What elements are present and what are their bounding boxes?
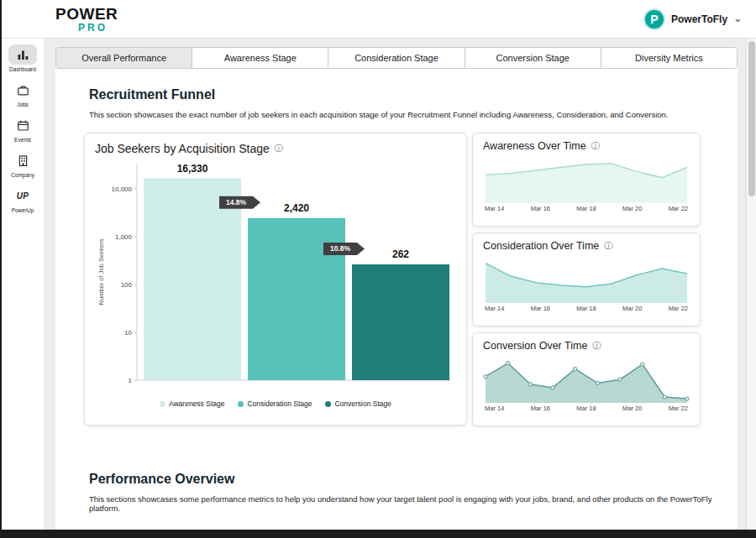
funnel-chart-title: Job Seekers by Acquisition Stage	[95, 142, 270, 155]
logo-pro-text: PRO	[78, 23, 118, 33]
svg-text:2,420: 2,420	[284, 202, 309, 214]
x-label: Mar 18	[576, 305, 596, 312]
svg-text:1,000: 1,000	[115, 233, 133, 241]
sidebar-label: PowerUp	[12, 207, 34, 213]
tab-conversion-stage[interactable]: Conversion Stage	[465, 48, 601, 68]
window-bottom-edge	[0, 530, 756, 538]
sidebar-item-powerup[interactable]: UP PowerUp	[2, 185, 44, 213]
x-label: Mar 22	[669, 305, 688, 312]
recruitment-funnel-description: This section showcases the exact number …	[89, 110, 721, 119]
sidebar-item-dashboard[interactable]: Dashboard	[2, 44, 44, 72]
sidebar-item-jobs[interactable]: Jobs	[2, 80, 44, 107]
briefcase-icon	[8, 80, 37, 100]
svg-text:16,330: 16,330	[177, 163, 208, 175]
tab-bar: Overall Performance Awareness Stage Cons…	[55, 47, 738, 69]
consideration-x-labels: Mar 14 Mar 16 Mar 18 Mar 20 Mar 22	[483, 305, 690, 312]
svg-text:10,000: 10,000	[112, 185, 133, 193]
legend-dot	[160, 401, 165, 407]
sidebar-label: Dashboard	[9, 66, 36, 72]
top-bar: POWER PRO P PowerToFly ⌄	[2, 0, 756, 39]
conversion-x-labels: Mar 14 Mar 16 Mar 18 Mar 20 Mar 22	[483, 405, 690, 412]
avatar: P	[643, 8, 665, 30]
awareness-area-chart	[483, 155, 690, 204]
awareness-trend-title: Awareness Over Time	[483, 140, 586, 152]
x-label: Mar 14	[485, 305, 504, 312]
x-label: Mar 18	[576, 205, 596, 212]
sidebar: Dashboard Jobs Events Company UP PowerUp	[2, 39, 44, 530]
consideration-trend-title: Consideration Over Time	[483, 240, 599, 252]
legend-dot	[238, 401, 244, 407]
x-label: Mar 16	[531, 305, 550, 312]
conversion-trend-title: Conversion Over Time	[483, 340, 587, 352]
funnel-bar-chart: 10,0001,000100101Number of Job Seekers16…	[95, 157, 454, 399]
charts-row: Job Seekers by Acquisition Stage ⓘ 10,00…	[84, 133, 738, 426]
account-menu-button[interactable]: P PowerToFly ⌄	[643, 8, 743, 30]
svg-text:10: 10	[124, 329, 132, 337]
sidebar-item-events[interactable]: Events	[2, 115, 44, 143]
conversion-area-chart	[483, 355, 690, 404]
x-label: Mar 20	[622, 305, 642, 312]
x-label: Mar 14	[485, 405, 504, 412]
x-label: Mar 20	[622, 205, 642, 212]
svg-text:14.8%: 14.8%	[226, 198, 247, 206]
tab-overall-performance[interactable]: Overall Performance	[56, 48, 192, 68]
conversion-trend-card: Conversion Over Time ⓘ Mar 14 Mar 16 Mar…	[472, 332, 701, 426]
powerup-icon: UP	[8, 185, 37, 206]
info-icon[interactable]: ⓘ	[275, 143, 283, 154]
x-label: Mar 20	[622, 405, 642, 412]
dashboard-panel: Overall Performance Awareness Stage Cons…	[55, 47, 738, 530]
legend-item: Awareness Stage	[160, 400, 224, 408]
account-name: PowerToFly	[671, 13, 727, 25]
tab-consideration-stage[interactable]: Consideration Stage	[328, 48, 465, 68]
svg-text:262: 262	[392, 248, 409, 260]
recruitment-funnel-title: Recruitment Funnel	[89, 87, 738, 102]
calendar-icon	[8, 115, 37, 135]
x-label: Mar 22	[669, 405, 688, 412]
x-label: Mar 14	[485, 205, 504, 212]
svg-text:10.8%: 10.8%	[330, 244, 351, 253]
performance-overview-description: This sections showcases some performance…	[89, 494, 721, 513]
x-label: Mar 18	[576, 405, 596, 412]
info-icon[interactable]: ⓘ	[591, 140, 600, 152]
info-icon[interactable]: ⓘ	[592, 340, 601, 352]
scrollbar-thumb[interactable]	[748, 41, 755, 196]
main-content: Overall Performance Awareness Stage Cons…	[44, 39, 746, 530]
building-icon	[8, 150, 37, 170]
awareness-x-labels: Mar 14 Mar 16 Mar 18 Mar 20 Mar 22	[483, 205, 690, 212]
funnel-chart-card: Job Seekers by Acquisition Stage ⓘ 10,00…	[84, 133, 467, 426]
trend-cards-column: Awareness Over Time ⓘ Mar 14 Mar 16 Mar …	[472, 133, 701, 426]
x-label: Mar 22	[669, 205, 688, 212]
x-label: Mar 16	[531, 405, 550, 412]
consideration-trend-card: Consideration Over Time ⓘ Mar 14 Mar 16 …	[472, 232, 701, 326]
legend-item: Conversion Stage	[325, 400, 391, 408]
awareness-trend-card: Awareness Over Time ⓘ Mar 14 Mar 16 Mar …	[472, 133, 701, 227]
svg-text:1: 1	[129, 377, 133, 384]
sidebar-label: Company	[11, 172, 34, 178]
chevron-down-icon: ⌄	[733, 12, 743, 24]
sidebar-label: Events	[14, 137, 31, 143]
info-icon[interactable]: ⓘ	[604, 240, 612, 252]
performance-overview-title: Performance Overview	[89, 472, 738, 487]
svg-text:100: 100	[121, 281, 133, 289]
funnel-legend: Awareness StageConsideration StageConver…	[95, 400, 456, 408]
sidebar-item-company[interactable]: Company	[2, 150, 44, 178]
consideration-area-chart	[483, 255, 690, 304]
logo-power-text: POWER	[55, 6, 118, 22]
scrollbar-track	[746, 39, 756, 530]
dashboard-icon	[8, 44, 37, 65]
sidebar-label: Jobs	[17, 102, 29, 107]
legend-item: Consideration Stage	[238, 400, 312, 408]
legend-dot	[325, 401, 331, 407]
tab-diversity-metrics[interactable]: Diversity Metrics	[601, 48, 737, 68]
window-left-edge	[0, 0, 2, 538]
svg-text:Number of Job Seekers: Number of Job Seekers	[97, 238, 105, 305]
powerpro-logo: POWER PRO	[55, 6, 118, 33]
tab-awareness-stage[interactable]: Awareness Stage	[192, 48, 328, 68]
x-label: Mar 16	[531, 205, 550, 212]
